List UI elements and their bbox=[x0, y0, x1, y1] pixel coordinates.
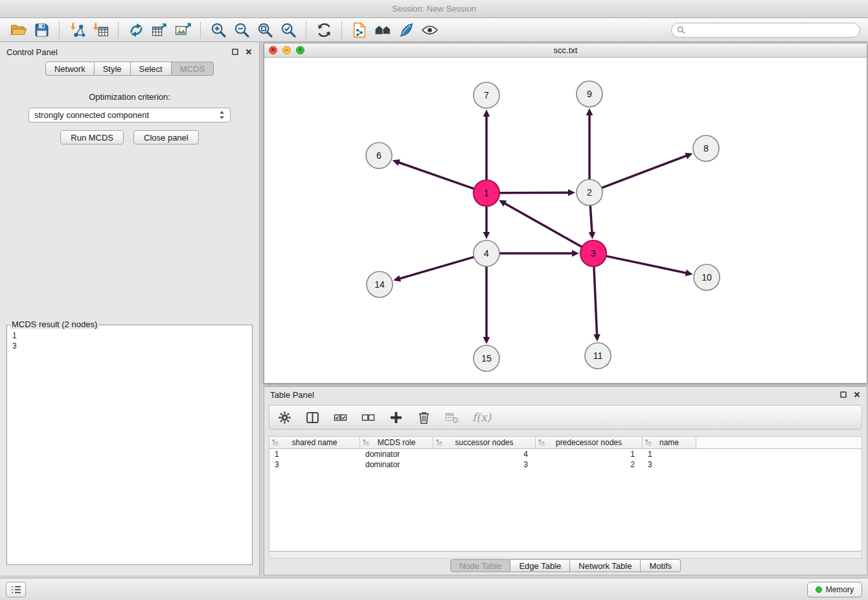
dropdown-value: strongly connected component bbox=[34, 110, 149, 120]
copy-network-button[interactable] bbox=[348, 20, 371, 40]
graph-node-14[interactable]: 14 bbox=[367, 271, 393, 297]
svg-text:9: 9 bbox=[587, 89, 592, 99]
import-network-button[interactable] bbox=[65, 20, 89, 40]
graph-edge-1-6[interactable] bbox=[398, 162, 474, 189]
table-panel: Table Panel f(x) shared nameMCDS rolesuc… bbox=[264, 386, 867, 575]
gear-button[interactable] bbox=[277, 410, 292, 425]
graph-edge-3-1[interactable] bbox=[504, 203, 582, 246]
graph-node-15[interactable]: 15 bbox=[474, 345, 499, 371]
list-icon bbox=[11, 585, 21, 594]
close-panel-button[interactable]: Close panel bbox=[133, 130, 199, 144]
graph-node-9[interactable]: 9 bbox=[577, 81, 602, 107]
import-table-button[interactable] bbox=[89, 20, 112, 40]
toolbar-separator bbox=[118, 21, 119, 39]
save-icon bbox=[33, 21, 51, 39]
graph-node-6[interactable]: 6 bbox=[366, 143, 392, 168]
first-neighbors-icon bbox=[374, 21, 392, 39]
column-header-successor-nodes[interactable]: successor nodes bbox=[433, 437, 536, 449]
optimization-dropdown[interactable]: strongly connected component bbox=[29, 108, 231, 122]
mcds-result-box: MCDS result (2 nodes) 13 bbox=[6, 325, 253, 565]
add-row-button[interactable] bbox=[389, 410, 404, 425]
cell-shared-name: 1 bbox=[269, 449, 360, 459]
column-header-shared-name[interactable]: shared name bbox=[269, 437, 360, 449]
tab-mcds[interactable]: MCDS bbox=[172, 62, 214, 76]
zoom-fit-button[interactable] bbox=[253, 20, 277, 40]
graph-edge-2-3[interactable] bbox=[590, 206, 592, 233]
open-folder-button[interactable] bbox=[6, 20, 30, 40]
graph-edge-3-11[interactable] bbox=[594, 267, 597, 336]
column-header-name[interactable]: name bbox=[643, 437, 696, 449]
refresh-button[interactable] bbox=[312, 20, 336, 40]
control-panel-header: Control Panel bbox=[0, 42, 259, 62]
graph-edge-1-2[interactable] bbox=[500, 192, 569, 193]
graph-node-11[interactable]: 11 bbox=[585, 343, 611, 369]
close-panel-icon[interactable] bbox=[245, 48, 253, 56]
graph-node-4[interactable]: 4 bbox=[474, 240, 499, 266]
cell-predecessor-nodes: 1 bbox=[536, 449, 643, 459]
export-table-button[interactable] bbox=[148, 20, 171, 40]
select-all-rows-button[interactable] bbox=[333, 410, 348, 425]
column-header-MCDS-role[interactable]: MCDS role bbox=[360, 437, 433, 449]
function-builder-button: f(x) bbox=[472, 411, 491, 424]
graph-node-7[interactable]: 7 bbox=[474, 82, 499, 108]
float-panel-icon[interactable] bbox=[231, 48, 239, 56]
sort-icon bbox=[363, 439, 369, 446]
tab-edge-table[interactable]: Edge Table bbox=[510, 559, 570, 572]
maximize-window-button[interactable]: + bbox=[296, 46, 304, 54]
graph-edge-3-10[interactable] bbox=[607, 256, 687, 273]
table-scrollbar[interactable] bbox=[269, 551, 862, 559]
graph-node-3[interactable]: 3 bbox=[580, 240, 606, 266]
tab-motifs[interactable]: Motifs bbox=[641, 559, 681, 572]
zoom-out-button[interactable] bbox=[230, 20, 253, 40]
tab-style[interactable]: Style bbox=[95, 62, 131, 76]
zoom-selected-button[interactable] bbox=[277, 20, 300, 40]
tab-network[interactable]: Network bbox=[45, 62, 95, 76]
table-toolbar: f(x) bbox=[269, 405, 862, 430]
zoom-fit-icon bbox=[257, 21, 274, 39]
network-graph: 7968124314101511 bbox=[264, 58, 867, 383]
column-header-predecessor-nodes[interactable]: predecessor nodes bbox=[536, 437, 643, 449]
toolbar-separator bbox=[200, 21, 201, 39]
run-mcds-button[interactable]: Run MCDS bbox=[60, 130, 124, 144]
graph-node-2[interactable]: 2 bbox=[577, 179, 602, 205]
graph-node-10[interactable]: 10 bbox=[694, 264, 720, 290]
close-table-panel-icon[interactable] bbox=[853, 391, 861, 398]
column-header-filler bbox=[696, 437, 862, 449]
graph-edge-arrow bbox=[589, 232, 596, 239]
network-canvas[interactable]: 7968124314101511 bbox=[264, 58, 867, 383]
export-image-button[interactable] bbox=[171, 20, 194, 40]
minimize-window-button[interactable]: − bbox=[282, 46, 291, 54]
refresh-icon bbox=[315, 21, 333, 39]
graph-edge-arrow bbox=[393, 159, 400, 166]
close-window-button[interactable]: ✕ bbox=[269, 46, 277, 54]
split-columns-button[interactable] bbox=[305, 410, 320, 425]
add-row-icon bbox=[389, 410, 404, 425]
network-window-titlebar[interactable]: scc.txt ✕−+ bbox=[264, 43, 867, 58]
deselect-all-rows-button[interactable] bbox=[361, 410, 376, 425]
graph-node-1[interactable]: 1 bbox=[474, 180, 499, 206]
tab-node-table[interactable]: Node Table bbox=[450, 559, 511, 572]
show-panel-button[interactable] bbox=[6, 582, 26, 597]
zoom-in-button[interactable] bbox=[207, 20, 230, 40]
paint-button[interactable] bbox=[394, 20, 418, 40]
float-table-panel-icon[interactable] bbox=[839, 391, 847, 398]
table-row[interactable]: 1dominator411 bbox=[269, 449, 862, 459]
mcds-buttons-row: Run MCDS Close panel bbox=[0, 130, 259, 144]
graph-edge-4-14[interactable] bbox=[399, 257, 474, 279]
paint-icon bbox=[398, 21, 415, 39]
graph-edge-2-8[interactable] bbox=[602, 156, 687, 188]
eye-button[interactable] bbox=[418, 20, 441, 40]
tab-select[interactable]: Select bbox=[131, 62, 172, 76]
search-input[interactable] bbox=[689, 25, 854, 34]
graph-node-8[interactable]: 8 bbox=[693, 135, 719, 161]
clone-network-button[interactable] bbox=[124, 20, 148, 40]
memory-button[interactable]: Memory bbox=[807, 582, 862, 597]
search-box[interactable] bbox=[671, 23, 860, 38]
tab-network-table[interactable]: Network Table bbox=[570, 559, 641, 572]
mcds-result-lines: 13 bbox=[7, 325, 252, 356]
save-button[interactable] bbox=[30, 20, 53, 40]
first-neighbors-button[interactable] bbox=[371, 20, 394, 40]
delete-row-button[interactable] bbox=[417, 410, 431, 425]
table-row[interactable]: 3dominator323 bbox=[269, 459, 862, 470]
window-titlebar[interactable]: Session: New Session bbox=[0, 0, 868, 18]
